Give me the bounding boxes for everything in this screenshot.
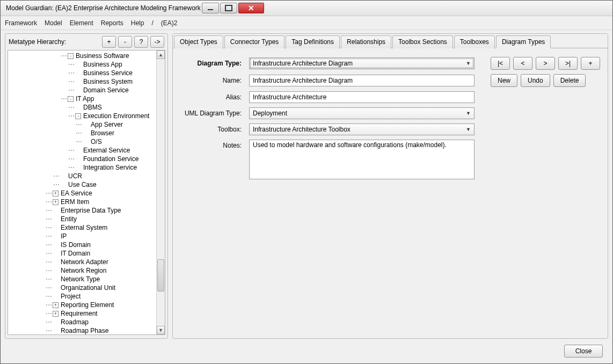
tree-help-button[interactable]: ? <box>134 36 148 48</box>
record-nav: |< < > >| + <box>491 57 600 70</box>
tab-tag-definitions[interactable]: Tag Definitions <box>286 35 340 48</box>
delete-button[interactable]: Delete <box>553 74 586 87</box>
tree-item[interactable]: ⋯IP <box>8 232 156 241</box>
expand-icon[interactable]: + <box>53 302 59 308</box>
alias-field[interactable] <box>249 91 475 103</box>
tree-go-button[interactable]: -> <box>150 36 164 48</box>
tree-item[interactable]: ⋯External Service <box>8 146 156 155</box>
chevron-down-icon: ▼ <box>466 61 471 66</box>
tree-item-label: Execution Environment <box>83 112 149 120</box>
tree-item-label: IT App <box>76 94 94 103</box>
expand-icon[interactable]: + <box>53 311 59 317</box>
tree-item[interactable]: ⋯App Server <box>8 120 156 129</box>
maximize-button[interactable] <box>220 3 237 13</box>
tree-connector-icon: ⋯ <box>46 318 53 326</box>
tree-item[interactable]: ⋯Organizational Unit <box>8 283 156 292</box>
scroll-down-icon[interactable]: ▼ <box>157 326 165 334</box>
menu-framework[interactable]: Framework <box>5 19 37 27</box>
tree-item[interactable]: ⋯-IT App <box>8 94 156 103</box>
tree-item[interactable]: ⋯IS Domain <box>8 241 156 249</box>
expand-icon[interactable]: + <box>53 199 59 205</box>
tree-item[interactable]: ⋯Business System <box>8 77 156 86</box>
menu-separator: / <box>151 19 153 27</box>
tree-item[interactable]: ⋯Network Adapter <box>8 258 156 266</box>
tree-item[interactable]: ⋯-Business Software <box>8 52 156 60</box>
tree-item[interactable]: ⋯O/S <box>8 137 156 146</box>
tree-item[interactable]: ⋯+ERM Item <box>8 198 156 206</box>
nav-prev-button[interactable]: < <box>513 57 532 70</box>
nav-last-button[interactable]: >| <box>558 57 578 70</box>
tree-item[interactable]: ⋯Business Service <box>8 69 156 77</box>
menu-ea2[interactable]: (EA)2 <box>161 19 178 27</box>
tree-item[interactable]: ⋯Roadmap <box>8 318 156 326</box>
tree-item[interactable]: ⋯Domain Service <box>8 86 156 94</box>
close-button[interactable]: Close <box>564 345 603 358</box>
label-notes: Notes: <box>180 140 246 149</box>
notes-field[interactable] <box>249 140 475 179</box>
tree-item[interactable]: ⋯+Requirement <box>8 309 156 318</box>
tree-item[interactable]: ⋯Roadmap Phase <box>8 326 156 334</box>
toolbox-combo[interactable]: Infrastructure Architecture Toolbox ▼ <box>249 123 475 135</box>
tree-item-label: External Service <box>83 146 130 155</box>
tree-item[interactable]: ⋯Project <box>8 292 156 301</box>
new-button[interactable]: New <box>491 74 517 87</box>
nav-next-button[interactable]: > <box>536 57 555 70</box>
minimize-button[interactable] <box>202 3 219 13</box>
menu-reports[interactable]: Reports <box>101 19 123 27</box>
chevron-down-icon: ▼ <box>466 127 471 132</box>
tree-item[interactable]: ⋯Business App <box>8 60 156 69</box>
tree-item-label: O/S <box>91 137 102 146</box>
diagram-type-combo[interactable]: Infrastructure Architecture Diagram ▼ <box>249 57 475 69</box>
tree-item-label: IT Domain <box>61 249 90 258</box>
tree-item[interactable]: ⋯Entity <box>8 215 156 223</box>
tab-connector-types[interactable]: Connector Types <box>224 35 285 48</box>
tree-item[interactable]: ⋯Network Type <box>8 275 156 283</box>
undo-button[interactable]: Undo <box>521 74 550 87</box>
tree-connector-icon: ⋯ <box>46 215 53 223</box>
tree-item-label: EA Service <box>61 189 92 198</box>
expand-icon[interactable]: + <box>53 191 59 196</box>
tree-item-label: ERM Item <box>61 198 89 206</box>
tree-remove-button[interactable]: - <box>118 36 132 48</box>
collapse-icon[interactable]: - <box>68 53 74 59</box>
scroll-up-icon[interactable]: ▲ <box>157 50 165 59</box>
collapse-icon[interactable]: - <box>75 113 81 119</box>
collapse-icon[interactable]: - <box>68 96 74 102</box>
tree-item[interactable]: ⋯+Reporting Element <box>8 301 156 309</box>
tree-item[interactable]: ⋯Enterprise Data Type <box>8 206 156 215</box>
tab-diagram-types[interactable]: Diagram Types <box>496 35 551 48</box>
close-window-button[interactable]: ✕ <box>238 3 264 13</box>
tree-item[interactable]: ⋯IT Domain <box>8 249 156 258</box>
tab-object-types[interactable]: Object Types <box>174 35 223 48</box>
menu-help[interactable]: Help <box>131 19 144 27</box>
tree-item[interactable]: ⋯Network Region <box>8 266 156 275</box>
nav-add-button[interactable]: + <box>581 57 600 70</box>
tree-item[interactable]: ⋯DBMS <box>8 103 156 112</box>
tree-item[interactable]: ⋯Use Case <box>8 180 156 189</box>
tree-item[interactable]: ⋯-Execution Environment <box>8 112 156 120</box>
tree-item[interactable]: ⋯UCR <box>8 172 156 180</box>
tree-item[interactable]: ⋯External System <box>8 223 156 232</box>
tree-item[interactable]: ⋯+EA Service <box>8 189 156 198</box>
scroll-track[interactable] <box>157 59 165 326</box>
tree-item-label: Roadmap Phase <box>61 326 108 334</box>
menu-model[interactable]: Model <box>45 19 62 27</box>
metatype-tree[interactable]: ⋯-Business Software⋯Business App⋯Busines… <box>8 50 156 334</box>
tree-add-button[interactable]: + <box>102 36 116 48</box>
uml-type-combo[interactable]: Deployment ▼ <box>249 107 475 119</box>
tree-item-label: App Server <box>91 120 123 129</box>
tree-scrollbar[interactable]: ▲ ▼ <box>156 50 165 334</box>
nav-first-button[interactable]: |< <box>491 57 510 70</box>
tree-item[interactable]: ⋯Foundation Service <box>8 155 156 163</box>
tree-connector-icon: ⋯ <box>68 103 75 112</box>
tree-item[interactable]: ⋯Browser <box>8 129 156 137</box>
tree-item-label: Use Case <box>68 180 97 189</box>
name-field[interactable] <box>249 75 475 86</box>
scroll-thumb[interactable] <box>157 259 164 292</box>
tree-item[interactable]: ⋯Integration Service <box>8 163 156 172</box>
tab-toolboxes[interactable]: Toolboxes <box>454 35 495 48</box>
tab-relationships[interactable]: Relationships <box>341 35 391 48</box>
tab-toolbox-sections[interactable]: Toolbox Sections <box>392 35 453 48</box>
tree-connector-icon: ⋯ <box>68 146 75 155</box>
menu-element[interactable]: Element <box>70 19 93 27</box>
